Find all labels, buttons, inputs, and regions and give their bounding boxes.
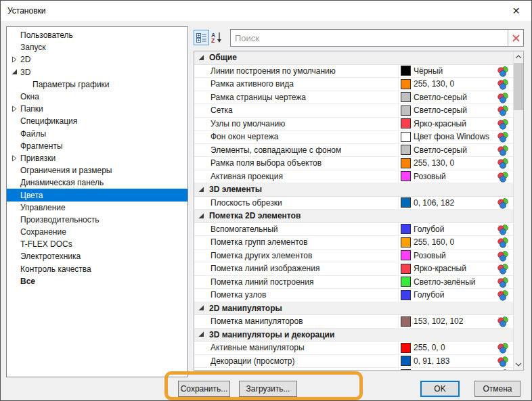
color-swatch[interactable] <box>401 343 411 353</box>
settings-row[interactable]: Пометка групп элементов255, 160, 0 <box>194 236 513 250</box>
settings-row[interactable]: Пометка узловГолубой <box>194 289 513 302</box>
settings-row[interactable]: Пометка линий изображенияЯрко-красный <box>194 262 513 276</box>
color-swatch[interactable] <box>401 92 411 102</box>
group-expanded-icon[interactable] <box>198 187 204 193</box>
cancel-button[interactable]: Отмена <box>474 381 520 397</box>
settings-row[interactable]: ВспомогательныйГолубой <box>194 223 513 237</box>
sort-alphabetical-button[interactable]: A Z <box>209 30 225 45</box>
settings-row[interactable]: Плоскость обрезки0, 106, 182 <box>194 197 513 210</box>
sidebar-item-6[interactable]: Папки <box>7 103 187 115</box>
color-palette-icon[interactable] <box>497 237 508 248</box>
sidebar-item-19[interactable]: Контроль качества <box>7 263 187 275</box>
color-palette-icon[interactable] <box>497 277 508 288</box>
color-palette-icon[interactable] <box>497 158 508 169</box>
sidebar-item-18[interactable]: Электротехника <box>7 250 187 262</box>
sidebar-item-16[interactable]: Сохранение <box>7 226 187 238</box>
scroll-down-icon[interactable] <box>514 359 523 370</box>
color-swatch[interactable] <box>401 356 411 366</box>
sidebar-item-9[interactable]: Фрагменты <box>7 140 187 152</box>
settings-group-header[interactable]: Общие <box>194 51 513 65</box>
color-swatch[interactable] <box>401 224 411 234</box>
sidebar-item-7[interactable]: Спецификация <box>7 115 187 127</box>
ok-button[interactable]: OK <box>420 381 460 397</box>
settings-row[interactable]: Декорации (просмотр)0, 91, 183 <box>194 355 513 369</box>
tree-expanded-icon[interactable] <box>11 69 18 76</box>
color-swatch[interactable] <box>401 66 411 76</box>
color-palette-icon[interactable] <box>497 145 508 156</box>
settings-row[interactable]: Пометка линий построенияСветло-зелёный <box>194 276 513 289</box>
color-palette-icon[interactable] <box>497 79 508 90</box>
settings-row[interactable]: Элементы, совпадающие с фономСветло-серы… <box>194 144 513 158</box>
sidebar-item-15[interactable]: Производительность <box>7 214 187 226</box>
sidebar-item-8[interactable]: Файлы <box>7 128 187 140</box>
scrollbar-thumb[interactable] <box>514 63 523 110</box>
sidebar-item-1[interactable]: Запуск <box>7 41 187 53</box>
group-expanded-icon[interactable] <box>198 331 204 337</box>
color-palette-icon[interactable] <box>497 225 508 235</box>
close-icon[interactable]: ✕ <box>501 1 531 21</box>
color-swatch[interactable] <box>401 132 411 142</box>
sidebar-item-0[interactable]: Пользователь <box>7 29 187 41</box>
color-swatch[interactable] <box>401 237 411 247</box>
color-palette-icon[interactable] <box>497 132 508 143</box>
settings-row[interactable]: Активные манипуляторы255, 0, 0 <box>194 341 513 355</box>
sidebar-item-14[interactable]: Управление <box>7 202 187 214</box>
color-swatch[interactable] <box>401 277 411 287</box>
color-palette-icon[interactable] <box>497 316 508 327</box>
group-expanded-icon[interactable] <box>198 305 204 311</box>
settings-row[interactable]: СеткаСветло-серый <box>194 104 513 118</box>
color-swatch[interactable] <box>401 290 411 300</box>
color-palette-icon[interactable] <box>497 264 508 275</box>
color-palette-icon[interactable] <box>497 343 508 354</box>
color-swatch[interactable] <box>401 316 411 327</box>
color-swatch[interactable] <box>401 105 411 116</box>
color-swatch[interactable] <box>401 79 411 89</box>
settings-row[interactable]: Пометка манипуляторов153, 102, 102 <box>194 315 513 329</box>
color-palette-icon[interactable] <box>497 369 508 371</box>
color-palette-icon[interactable] <box>497 105 508 116</box>
tree-collapsed-icon[interactable] <box>11 155 18 162</box>
settings-row[interactable]: Активная проекцияРозовый <box>194 170 513 184</box>
color-swatch[interactable] <box>401 171 411 181</box>
color-swatch[interactable] <box>401 118 411 128</box>
settings-group-header[interactable]: 2D манипуляторы <box>194 302 513 316</box>
save-button[interactable]: Сохранить... <box>178 381 230 397</box>
vertical-scrollbar[interactable] <box>513 51 523 370</box>
sidebar-item-3[interactable]: 3D <box>7 66 187 78</box>
sidebar-item-11[interactable]: Ограничения и размеры <box>7 164 187 176</box>
settings-group-header[interactable]: Пометка 2D элементов <box>194 210 513 223</box>
sidebar-item-12[interactable]: Динамическая панель <box>7 176 187 189</box>
settings-row[interactable]: Узлы по умолчаниюЯрко-красный <box>194 118 513 131</box>
tree-collapsed-icon[interactable] <box>11 56 18 63</box>
settings-row[interactable] <box>194 368 513 371</box>
sidebar-item-4[interactable]: Параметры графики <box>7 78 187 91</box>
scroll-up-icon[interactable] <box>514 51 523 62</box>
color-swatch[interactable] <box>401 197 411 208</box>
color-swatch[interactable] <box>401 158 411 168</box>
settings-row[interactable]: Рамка активного вида255, 130, 0 <box>194 78 513 91</box>
color-palette-icon[interactable] <box>497 198 508 209</box>
settings-group-header[interactable]: 3D элементы <box>194 183 513 197</box>
color-palette-icon[interactable] <box>497 356 508 367</box>
tree-collapsed-icon[interactable] <box>11 105 18 112</box>
settings-group-header[interactable]: 3D манипуляторы и декорации <box>194 329 513 342</box>
sidebar-item-20[interactable]: Все <box>7 275 187 287</box>
settings-row[interactable]: Линии построения по умолчаниюЧёрный <box>194 65 513 78</box>
categorized-view-button[interactable] <box>194 30 209 45</box>
color-palette-icon[interactable] <box>497 290 508 301</box>
group-expanded-icon[interactable] <box>198 213 204 219</box>
color-palette-icon[interactable] <box>497 93 508 103</box>
search-clear-button[interactable] <box>508 30 523 46</box>
color-swatch[interactable] <box>401 369 411 371</box>
color-swatch[interactable] <box>401 145 411 155</box>
settings-row[interactable]: Рамка поля выбора объектов255, 130, 0 <box>194 157 513 170</box>
search-input[interactable] <box>231 30 508 46</box>
settings-row[interactable]: Рамка страницы чертежаСветло-серый <box>194 91 513 105</box>
color-palette-icon[interactable] <box>497 251 508 262</box>
color-swatch[interactable] <box>401 264 411 274</box>
sidebar-item-13[interactable]: Цвета <box>7 189 187 201</box>
color-palette-icon[interactable] <box>497 172 508 183</box>
group-expanded-icon[interactable] <box>198 55 204 61</box>
settings-row[interactable]: Фон окон чертежаЦвет фона Windows <box>194 131 513 144</box>
color-palette-icon[interactable] <box>497 119 508 130</box>
